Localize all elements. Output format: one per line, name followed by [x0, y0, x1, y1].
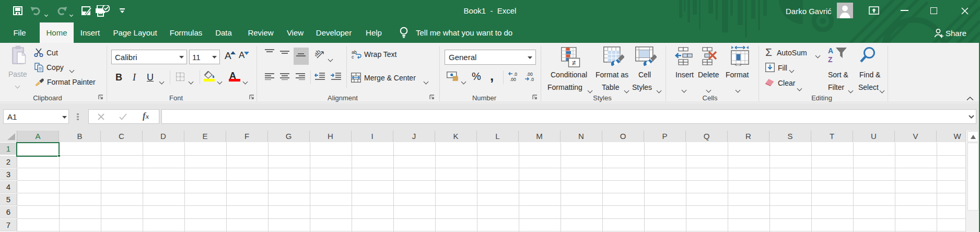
- svg-text:A: A: [828, 47, 833, 55]
- svg-text:.00: .00: [527, 72, 533, 77]
- svg-text:.0: .0: [530, 77, 534, 82]
- svg-text:.00: .00: [510, 77, 516, 82]
- svg-text:≠: ≠: [572, 59, 576, 67]
- svg-text:Z: Z: [828, 55, 833, 63]
- svg-text:c: c: [352, 54, 354, 59]
- svg-text:.0: .0: [514, 72, 517, 77]
